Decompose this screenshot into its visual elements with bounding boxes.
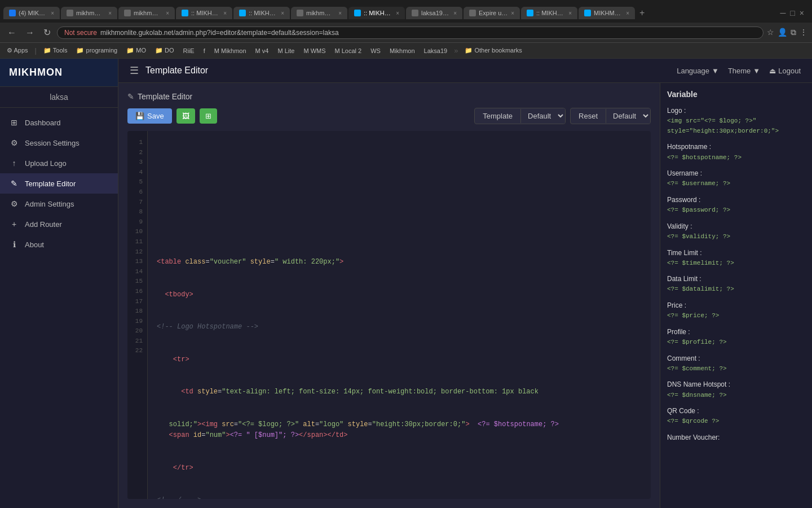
- maximize-button[interactable]: □: [790, 8, 795, 17]
- about-icon: ℹ: [9, 240, 19, 249]
- bookmark-riie[interactable]: RiiE: [181, 47, 197, 55]
- profile-icon[interactable]: 👤: [778, 28, 787, 37]
- template-label: Template: [475, 109, 521, 123]
- tab-close[interactable]: ×: [626, 10, 629, 16]
- bookmark-apps[interactable]: ⚙ Apps: [5, 46, 30, 55]
- code-line-3: [157, 225, 642, 235]
- sidebar-item-upload-logo[interactable]: ↑ Upload Logo: [0, 153, 118, 173]
- code-line-2: [157, 192, 642, 203]
- line-num-8: 8: [127, 207, 147, 217]
- sidebar-user: laksa: [0, 87, 118, 108]
- bookmark-tools[interactable]: 📁 Tools: [41, 46, 70, 55]
- bookmark-wms[interactable]: M WMS: [301, 47, 328, 55]
- tab-bar: (4) MIK… × mikhm… × mikhm… × :: MIKH… × …: [0, 0, 812, 23]
- bookmark-laksa19[interactable]: Laksa19: [422, 47, 450, 55]
- url-display: mikhmonlite.gukolab.net/admin.php?id=edi…: [100, 29, 339, 37]
- bookmark-programing[interactable]: 📁 programing: [74, 46, 120, 55]
- bookmark-mikhmon2[interactable]: Mikhmon: [387, 47, 417, 55]
- sidebar-item-dashboard[interactable]: ⊞ Dashboard: [0, 112, 118, 133]
- back-button[interactable]: ←: [5, 27, 19, 39]
- sidebar-item-add-router[interactable]: + Add Router: [0, 214, 118, 234]
- tab-8[interactable]: laksa19… ×: [406, 7, 462, 19]
- language-dropdown[interactable]: Language ▼: [677, 67, 719, 75]
- code-editor[interactable]: 1 2 3 4 5 6 7 8 9 10 11 12 13 1: [127, 131, 651, 499]
- menu-toggle-button[interactable]: ☰: [130, 64, 139, 77]
- tab-close[interactable]: ×: [166, 10, 169, 16]
- sidebar-item-about[interactable]: ℹ About: [0, 234, 118, 255]
- tab-favicon: [527, 10, 533, 16]
- tab-close[interactable]: ×: [108, 10, 112, 16]
- theme-dropdown[interactable]: Theme ▼: [728, 67, 760, 75]
- tab-2[interactable]: mikhm… ×: [61, 7, 117, 19]
- reset-label[interactable]: Reset: [571, 109, 606, 123]
- tab-11[interactable]: MIKHM… ×: [579, 7, 635, 19]
- session-settings-icon: ⚙: [9, 138, 19, 147]
- image-button[interactable]: 🖼: [176, 108, 195, 124]
- sidebar-item-session-settings[interactable]: ⚙ Session Settings: [0, 133, 118, 153]
- bookmark-mikhmon[interactable]: M Mikhmon: [212, 47, 249, 55]
- tab-favicon: [124, 10, 131, 16]
- minimize-button[interactable]: ─: [780, 8, 785, 17]
- tab-label: mikhm…: [76, 10, 100, 16]
- sidebar-item-template-editor[interactable]: ✎ Template Editor: [0, 173, 118, 194]
- tab-9[interactable]: Expire u… ×: [464, 7, 520, 19]
- tab-close[interactable]: ×: [51, 10, 54, 16]
- close-window-button[interactable]: ×: [800, 8, 804, 17]
- tab-close[interactable]: ×: [223, 10, 227, 16]
- tab-7-active[interactable]: :: MIKH… ×: [348, 7, 405, 19]
- tab-label: mikhm…: [306, 10, 330, 16]
- tab-4[interactable]: :: MIKH… ×: [176, 7, 232, 19]
- bookmark-facebook[interactable]: f: [201, 47, 208, 55]
- panel-title: Template Editor: [138, 92, 192, 101]
- logout-label: Logout: [778, 67, 801, 75]
- bookmark-local2[interactable]: M Local 2: [333, 47, 364, 55]
- tab-close[interactable]: ×: [511, 10, 514, 16]
- tab-close[interactable]: ×: [338, 10, 342, 16]
- var-dnsname: DNS Name Hotspot : <?= $dnsname; ?>: [667, 379, 805, 400]
- grid-button[interactable]: ⊞: [200, 108, 217, 124]
- sidebar-item-admin-settings[interactable]: ⚙ Admin Settings: [0, 194, 118, 214]
- var-comment: Comment : <?= $comment; ?>: [667, 353, 805, 374]
- tab-close[interactable]: ×: [281, 10, 284, 16]
- editor-toolbar: 💾 Save 🖼 ⊞ Template Default Reset: [127, 108, 651, 124]
- tab-1[interactable]: (4) MIK… ×: [3, 7, 60, 19]
- line-num-21: 21: [127, 336, 147, 347]
- line-num-20: 20: [127, 326, 147, 336]
- menu-icon[interactable]: ⋮: [800, 28, 807, 37]
- tab-favicon: [9, 10, 16, 16]
- var-timelimit: Time Limit : <?= $timelimit; ?>: [667, 248, 805, 269]
- app-container: MIKHMON laksa ⊞ Dashboard ⚙ Session Sett…: [0, 59, 812, 508]
- bookmark-v4[interactable]: M v4: [253, 47, 271, 55]
- forward-button[interactable]: →: [23, 27, 37, 39]
- reset-select[interactable]: Default: [606, 108, 650, 124]
- logout-button[interactable]: ⏏ Logout: [769, 67, 801, 75]
- tab-close[interactable]: ×: [396, 10, 399, 16]
- reload-button[interactable]: ↻: [41, 26, 54, 39]
- bookmark-star-icon[interactable]: ☆: [767, 28, 774, 37]
- tab-favicon: [67, 10, 73, 16]
- variable-panel: Variable Logo : <img src="<?= $logo; ?>"…: [660, 83, 812, 508]
- code-line-9: </tr>: [157, 463, 642, 474]
- variable-panel-title: Variable: [667, 90, 805, 99]
- extensions-icon[interactable]: ⧉: [791, 28, 796, 37]
- code-line-8b: solid;"><img src="<?= $logo; ?>" alt="lo…: [157, 419, 642, 441]
- tab-5[interactable]: :: MIKH… ×: [233, 7, 290, 19]
- bookmark-mo[interactable]: 📁 MO: [124, 46, 148, 55]
- bookmark-do[interactable]: 📁 DO: [153, 46, 176, 55]
- code-content[interactable]: <table class="voucher" style=" width: 22…: [148, 131, 651, 499]
- bookmark-ws[interactable]: WS: [368, 47, 383, 55]
- tab-10[interactable]: :: MIKH… ×: [521, 7, 577, 19]
- new-tab-button[interactable]: +: [636, 7, 648, 19]
- protocol-indicator: Not secure: [64, 29, 97, 37]
- tab-close[interactable]: ×: [568, 10, 572, 16]
- tab-close[interactable]: ×: [453, 10, 457, 16]
- template-select[interactable]: Default: [521, 108, 565, 124]
- save-button[interactable]: 💾 Save: [127, 108, 172, 124]
- address-bar[interactable]: Not secure mikhmonlite.gukolab.net/admin…: [57, 27, 764, 39]
- bookmark-lite[interactable]: M Lite: [275, 47, 297, 55]
- bookmark-other[interactable]: 📁 Other bookmarks: [462, 46, 524, 55]
- tab-3[interactable]: mikhm… ×: [118, 7, 175, 19]
- language-label: Language: [677, 67, 709, 75]
- tab-6[interactable]: mikhm… ×: [291, 7, 347, 19]
- sidebar-label-session: Session Settings: [25, 139, 80, 147]
